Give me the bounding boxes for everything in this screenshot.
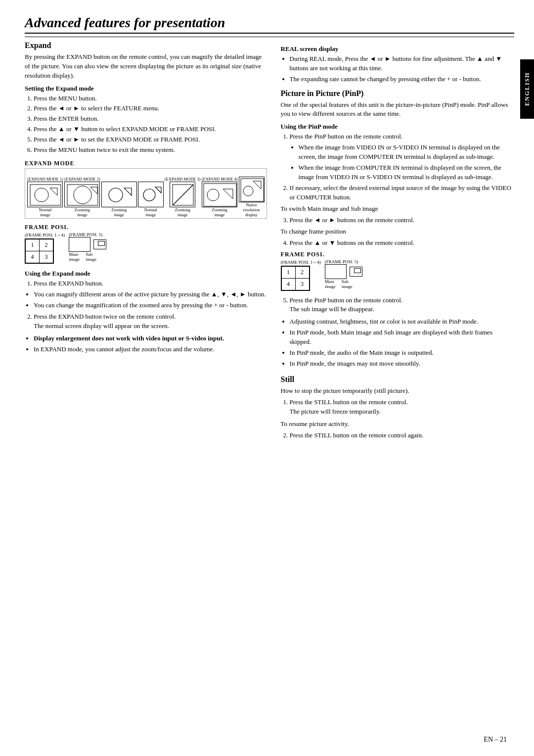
pinp-sub-bullets: When the image from VIDEO IN or S-VIDEO …: [299, 143, 514, 182]
pinp-final-bullet-1: Adjusting contrast, brightness, tint or …: [290, 317, 514, 327]
frame-posi-section-right: FRAME POSI. (FRAME POSI. 1～4) 1 2 4: [281, 251, 514, 293]
expand-mode-2b: Zoomingimage: [101, 182, 137, 217]
svg-point-16: [243, 186, 253, 196]
frame-grid-right: 1 2 4 3: [281, 266, 310, 291]
pinp-steps: Press the PinP button on the remote cont…: [290, 132, 514, 202]
frame-cell-r1: 1: [281, 266, 295, 278]
frame-posi-section-left: FRAME POSI. (FRAME POSI. 1～4) 1 2 4: [25, 224, 267, 266]
still-section: Still How to stop the picture temporaril…: [281, 375, 514, 440]
svg-point-8: [143, 189, 155, 201]
expand-mode-label: EXPAND MODE: [25, 160, 267, 167]
real-screen-bullet-1: During REAL mode, Press the ◄ or ► butto…: [290, 54, 514, 73]
left-column: Expand By pressing the EXPAND button on …: [25, 41, 267, 442]
frame-posi-5-left: (FRAME POSI. 5) Mainimage Subimage: [69, 232, 106, 262]
frame-posi-sub-left: (FRAME POSI. 1～4): [25, 232, 65, 238]
svg-point-1: [35, 188, 48, 202]
expand-step-4: Press the ▲ or ▼ button to select EXPAND…: [34, 125, 267, 134]
frame-posi-row-right: (FRAME POSI. 1～4) 1 2 4 3: [281, 259, 514, 293]
svg-marker-14: [223, 189, 233, 199]
frame-cell-r2: 2: [295, 266, 309, 278]
pinp-step-4: Press the ▲ or ▼ buttons on the remote c…: [290, 238, 514, 248]
frame-sub-caption-right: Subimage: [342, 279, 353, 289]
svg-point-6: [109, 188, 123, 202]
using-expand-step-1: Press the EXPAND button.: [34, 279, 267, 288]
svg-marker-5: [90, 187, 97, 194]
expand-mode-2: (EXPAND MODE 2) Zoomingimage: [64, 177, 100, 217]
expand-mode-1: (EXPAND MODE 1) Normalimage: [27, 177, 63, 217]
svg-marker-7: [124, 188, 132, 195]
expand-intro: By pressing the EXPAND button on the rem…: [25, 52, 267, 81]
pinp-step3-list: Press the ◄ or ► buttons on the remote c…: [290, 216, 514, 225]
frame-posi-1-4-left: (FRAME POSI. 1～4) 1 2 4 3: [25, 232, 65, 266]
real-screen-bullet-2: The expanding rate cannot be changed by …: [290, 75, 514, 84]
expand-step-1: Press the MENU button.: [34, 94, 267, 103]
real-screen-title: REAL screen display: [281, 45, 514, 53]
expand-step-2: Press the ◄ or ► to select the FEATURE m…: [34, 104, 267, 113]
using-expand-step-2: Press the EXPAND button twice on the rem…: [34, 312, 267, 331]
real-screen-bullets: During REAL mode, Press the ◄ or ► butto…: [290, 54, 514, 84]
change-frame-label: To change frame position: [281, 227, 514, 236]
frame-posi-label-right: FRAME POSI.: [281, 251, 514, 258]
frame-posi-5-right: (FRAME POSI. 5) Mainimage Subimage: [325, 259, 362, 289]
expand-section: Expand By pressing the EXPAND button on …: [25, 41, 267, 266]
svg-marker-2: [50, 188, 57, 195]
still-intro: How to stop the picture temporarily (sti…: [281, 386, 514, 396]
page-footer: EN – 21: [484, 736, 507, 744]
still-steps: Press the STILL button on the remote con…: [290, 398, 514, 417]
using-expand-section: Using the Expand mode Press the EXPAND b…: [25, 270, 267, 354]
frame-posi-label-left: FRAME POSI.: [25, 224, 267, 231]
pinp-title: Picture in Picture (PinP): [281, 89, 514, 98]
pinp-final-bullet-2: In PinP mode, both Main image and Sub im…: [290, 328, 514, 347]
expand-mode-native: Native resolutiondisplay: [239, 177, 265, 217]
pinp-step-2: If necessary, select the desired externa…: [290, 184, 514, 202]
resume-label: To resume picture activity.: [281, 420, 514, 429]
svg-marker-9: [155, 187, 161, 193]
using-expand-bold-bullets: Display enlargement does not work with v…: [34, 334, 267, 354]
expand-step-6: Press the MENU button twice to exit the …: [34, 145, 267, 155]
expand-steps-list: Press the MENU button. Press the ◄ or ► …: [34, 94, 267, 155]
pinp-step-3: Press the ◄ or ► buttons on the remote c…: [290, 216, 514, 225]
frame-posi-5-boxes-right: [325, 264, 362, 279]
frame-posi-5-boxes-left: [69, 237, 106, 252]
expand-mode-4: (EXPAND MODE 4) Zoomingimage: [202, 177, 238, 217]
expand-step-3: Press the ENTER button.: [34, 114, 267, 124]
frame-posi-1-4-right: (FRAME POSI. 1～4) 1 2 4 3: [281, 259, 321, 293]
sidebar-english-label: ENGLISH: [520, 59, 534, 119]
pinp-step-5: Press the PinP button on the remote cont…: [290, 296, 514, 315]
using-pinp-title: Using the PinP mode: [281, 123, 514, 131]
expand-mode-3: (EXPAND MODE 3) Zoomingimage: [165, 177, 201, 217]
pinp-step-1: Press the PinP button on the remote cont…: [290, 132, 514, 182]
real-screen-section: REAL screen display During REAL mode, Pr…: [281, 45, 514, 84]
frame-posi-row-left: (FRAME POSI. 1～4) 1 2 4 3: [25, 232, 267, 266]
frame-cell-1: 1: [26, 239, 40, 251]
pinp-final-bullets: Adjusting contrast, brightness, tint or …: [290, 317, 514, 368]
using-expand-bullet-1: You can magnify different areas of the a…: [34, 290, 267, 299]
svg-rect-12: [204, 184, 236, 206]
frame-grid-left: 1 2 4 3: [25, 238, 54, 264]
expand-mode-normal2: Normalimage: [138, 182, 164, 217]
frame-posi-5-label-right: (FRAME POSI. 5): [325, 259, 362, 264]
svg-point-13: [207, 189, 219, 201]
frame-sub-box-left: [93, 239, 106, 249]
right-column: REAL screen display During REAL mode, Pr…: [281, 41, 514, 442]
frame-cell-3: 3: [40, 251, 53, 263]
expand-mode-diagram: EXPAND MODE (EXPAND MODE 1) Normalimage: [25, 160, 267, 219]
switch-label: To switch Main image and Sub image: [281, 204, 514, 214]
still-step-2: Press the STILL button on the remote con…: [290, 431, 514, 440]
frame-posi-sub-right: (FRAME POSI. 1～4): [281, 259, 321, 266]
frame-main-caption-left: Mainimage: [69, 252, 80, 262]
using-expand-extra-bullet-1: In EXPAND mode, you cannot adjust the zo…: [34, 345, 267, 354]
still-title: Still: [281, 375, 514, 384]
frame-main-box-right: [325, 264, 347, 279]
pinp-final-bullet-3: In PinP mode, the audio of the Main imag…: [290, 348, 514, 358]
frame-cell-2: 2: [40, 239, 53, 251]
svg-line-10: [173, 185, 193, 205]
frame-main-caption-right: Mainimage: [325, 279, 336, 289]
expand-title: Expand: [25, 41, 267, 50]
frame-cell-r4: 4: [281, 278, 295, 290]
still-step2-list: Press the STILL button on the remote con…: [290, 431, 514, 440]
using-expand-ol-2: Press the EXPAND button twice on the rem…: [34, 312, 267, 331]
svg-point-4: [74, 186, 91, 204]
using-expand-title: Using the Expand mode: [25, 270, 267, 278]
setting-expand-title: Setting the Expand mode: [25, 85, 267, 93]
